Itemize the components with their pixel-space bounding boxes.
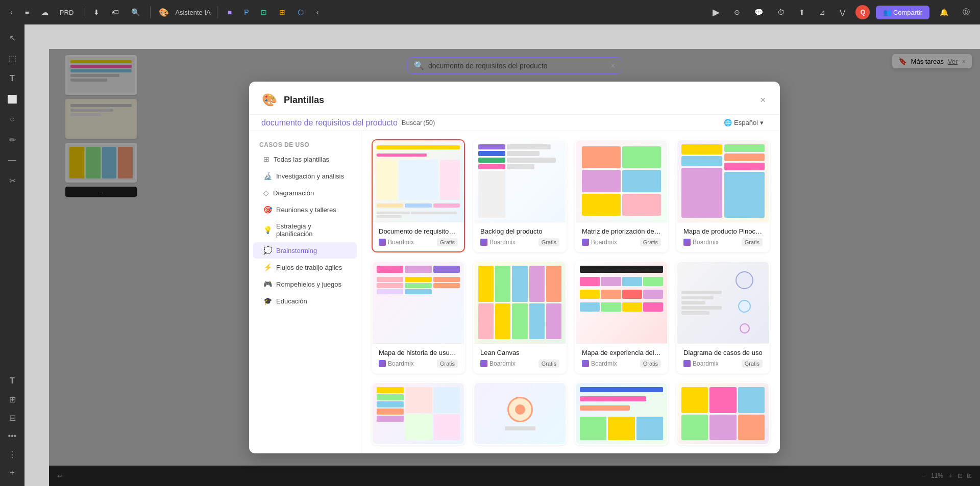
nav-label-meetings: Reuniones y talleres	[276, 206, 336, 214]
nav-item-strategy[interactable]: 💡 Estrategia y planificación	[253, 218, 357, 242]
template-thumb-historia	[373, 262, 464, 343]
template-thumb-casos	[677, 262, 769, 343]
template-thumb-partial-3	[576, 383, 667, 444]
template-thumb-partial-2	[474, 383, 566, 444]
template-card-matrix[interactable]: Matriz de priorización de req... Boardmi…	[575, 139, 668, 252]
template-card-partial-2[interactable]	[473, 382, 567, 445]
share-button[interactable]: 👥 Compartir	[876, 6, 929, 19]
comment-button[interactable]: 💬	[750, 6, 767, 18]
sidebar-sticky-tool[interactable]: ⬜	[3, 90, 21, 108]
template-card-partial-1[interactable]	[372, 382, 465, 445]
avatar[interactable]: Q	[855, 5, 870, 19]
nav-icon-all: ⊞	[263, 155, 270, 163]
cloud-button[interactable]: ☁	[37, 6, 53, 18]
template-info-lean: Lean Canvas Boardmix Gratis	[474, 343, 566, 373]
template-source-lean: Boardmix	[480, 360, 516, 367]
template-info-matrix: Matriz de priorización de req... Boardmi…	[576, 222, 667, 251]
template-card-partial-3[interactable]	[575, 382, 668, 445]
template-name-backlog: Backlog del producto	[480, 227, 559, 235]
template-meta-matrix: Boardmix Gratis	[582, 238, 661, 246]
nav-icon-meetings: 🎯	[263, 206, 272, 214]
template-card-lean[interactable]: Lean Canvas Boardmix Gratis	[473, 261, 567, 374]
template-badge-prd: Gratis	[437, 238, 458, 246]
download-button[interactable]: ⬇	[89, 6, 104, 18]
play-button[interactable]: ▶	[708, 5, 724, 20]
nav-icon-diagramming: ◇	[263, 189, 269, 197]
menu-button[interactable]: ≡	[21, 6, 33, 18]
sidebar-text-bottom[interactable]: T	[3, 372, 21, 390]
template-info-historia: Mapa de historia de usuario Boardmix Gra…	[373, 343, 464, 373]
tool-4[interactable]: ⊞	[275, 6, 289, 18]
nav-item-icebreakers[interactable]: 🎮 Rompehielos y juegos	[253, 276, 357, 292]
search-button[interactable]: 🔍	[127, 6, 144, 18]
nav-item-meetings[interactable]: 🎯 Reuniones y talleres	[253, 201, 357, 218]
modal-title: Plantillas	[284, 95, 752, 106]
template-card-backlog[interactable]: Backlog del producto Boardmix Gratis	[473, 139, 567, 252]
template-source-casos: Boardmix	[683, 360, 719, 367]
notification-button[interactable]: 🔔	[936, 6, 952, 18]
nav-item-diagramming[interactable]: ◇ Diagramación	[253, 185, 357, 201]
timer-button[interactable]: ⏱	[773, 6, 789, 18]
sidebar-add-page[interactable]: +	[3, 464, 21, 482]
language-label: Español	[734, 119, 758, 126]
nav-item-investigation[interactable]: 🔬 Investigación y análisis	[253, 168, 357, 184]
template-badge-backlog: Gratis	[538, 238, 559, 246]
sidebar-cursor-tool[interactable]: ↖	[3, 29, 21, 47]
nav-item-brainstorming[interactable]: 💭 Brainstorming	[253, 242, 357, 259]
language-selector[interactable]: 🌐 Español ▾	[720, 117, 768, 129]
ai-label: Asistente IA	[175, 9, 210, 16]
nav-item-all[interactable]: ⊞ Todas las plantillas	[253, 151, 357, 167]
template-card-partial-4[interactable]	[676, 382, 770, 445]
separator-3	[217, 6, 217, 18]
template-thumb-experiencia	[576, 262, 667, 343]
sidebar-layers[interactable]: ⊞	[3, 390, 21, 408]
sidebar-grid[interactable]: ⊟	[3, 408, 21, 427]
sidebar-frame-tool[interactable]: ⬚	[3, 49, 21, 67]
template-name-matrix: Matriz de priorización de req...	[582, 227, 661, 235]
template-meta-prd: Boardmix Gratis	[379, 238, 458, 246]
template-thumb-prd	[373, 140, 464, 222]
search-action[interactable]: Buscar	[402, 119, 422, 126]
sidebar-more[interactable]: •••	[3, 427, 21, 445]
boardmix-logo-experiencia	[582, 360, 589, 367]
left-sidebar: ↖ ⬚ T ⬜ ○ ✏ — ✂ T ⊞ ⊟ ••• ⋮ +	[0, 24, 24, 486]
tool-2[interactable]: P	[240, 6, 253, 18]
sidebar-shape-tool[interactable]: ○	[3, 110, 21, 129]
template-badge-historia: Gratis	[437, 360, 458, 368]
modal-header: 🎨 Plantillas 🔍 × ×	[249, 82, 780, 115]
expand-button[interactable]: ⋁	[836, 6, 849, 18]
tool-3[interactable]: ⊡	[257, 6, 271, 18]
canvas-area: ... 🔖 Más tareas Ver × 🎨 Plantillas 🔍	[24, 24, 980, 486]
nav-item-education[interactable]: 🎓 Educación	[253, 293, 357, 309]
template-card-prd[interactable]: Documento de requisitos del ... Boardmix…	[372, 139, 465, 252]
sidebar-pen-tool[interactable]: ✏	[3, 131, 21, 149]
record-button[interactable]: ⊙	[730, 6, 744, 18]
tag-button[interactable]: 🏷	[108, 6, 123, 18]
nav-label-icebreakers: Rompehielos y juegos	[276, 280, 341, 288]
template-card-historia[interactable]: Mapa de historia de usuario Boardmix Gra…	[372, 261, 465, 374]
template-meta-backlog: Boardmix Gratis	[480, 238, 559, 246]
sidebar-scissors-tool[interactable]: ✂	[3, 171, 21, 190]
search-suggestion-row: documento de requisitos del producto Bus…	[249, 115, 780, 131]
template-card-pinocho[interactable]: Mapa de producto Pinocho Boardmix Gratis	[676, 139, 770, 252]
collapse-button[interactable]: ‹	[312, 6, 323, 18]
sidebar-dots-bottom[interactable]: ⋮	[3, 445, 21, 464]
back-button[interactable]: ‹	[6, 6, 17, 18]
search-suggestion-link[interactable]: documento de requisitos del producto	[261, 118, 398, 127]
nav-item-agile[interactable]: ⚡ Flujos de trabijo ágiles	[253, 259, 357, 275]
sidebar-bottom: T ⊞ ⊟ ••• ⋮ +	[3, 372, 21, 482]
tool-1[interactable]: ■	[224, 6, 236, 18]
template-source-matrix: Boardmix	[582, 239, 617, 246]
template-card-experiencia[interactable]: Mapa de experiencia del clien... Boardmi…	[575, 261, 668, 374]
upload-button[interactable]: ⬆	[795, 6, 809, 18]
sidebar-text-tool[interactable]: T	[3, 69, 21, 88]
filter-button[interactable]: ⊿	[815, 6, 829, 18]
template-card-casos[interactable]: Diagrama de casos de uso Boardmix Gratis	[676, 261, 770, 374]
template-meta-experiencia: Boardmix Gratis	[582, 360, 661, 368]
modal-close-button[interactable]: ×	[758, 93, 768, 108]
sidebar-connector-tool[interactable]: —	[3, 151, 21, 169]
tool-5[interactable]: ⬡	[293, 6, 308, 18]
nav-label-investigation: Investigación y análisis	[276, 172, 344, 180]
template-thumb-partial-1	[373, 383, 464, 444]
help-button[interactable]: ⓪	[959, 6, 974, 19]
